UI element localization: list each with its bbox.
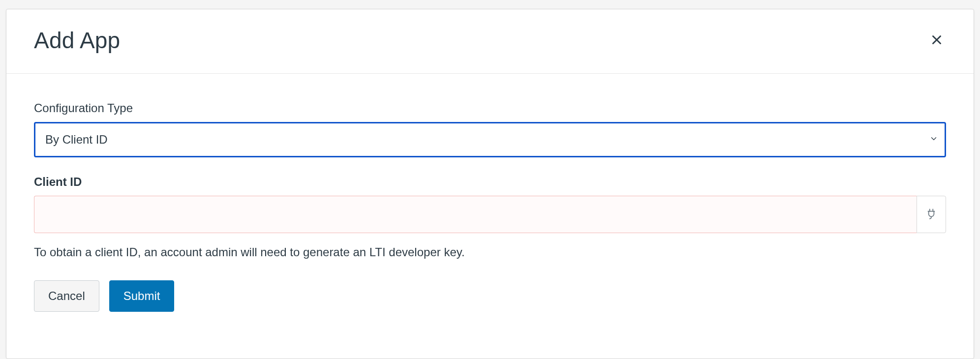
button-row: Cancel Submit bbox=[34, 280, 946, 312]
client-id-hint: To obtain a client ID, an account admin … bbox=[34, 244, 946, 261]
close-icon bbox=[930, 33, 943, 48]
modal-header: Add App bbox=[6, 9, 974, 74]
client-id-addon bbox=[917, 196, 946, 233]
add-app-modal: Add App Configuration Type By Client ID … bbox=[6, 9, 974, 359]
modal-title: Add App bbox=[34, 27, 120, 54]
client-id-label: Client ID bbox=[34, 175, 946, 189]
client-id-input-group bbox=[34, 196, 946, 233]
submit-button[interactable]: Submit bbox=[109, 280, 175, 312]
config-type-select[interactable]: By Client ID bbox=[34, 122, 946, 157]
config-type-label: Configuration Type bbox=[34, 101, 946, 115]
modal-body: Configuration Type By Client ID Client I… bbox=[6, 74, 974, 359]
client-id-input[interactable] bbox=[34, 196, 917, 233]
config-type-select-wrap: By Client ID bbox=[34, 122, 946, 157]
cancel-button[interactable]: Cancel bbox=[34, 280, 99, 312]
close-button[interactable] bbox=[927, 30, 946, 51]
plug-icon bbox=[925, 207, 938, 222]
